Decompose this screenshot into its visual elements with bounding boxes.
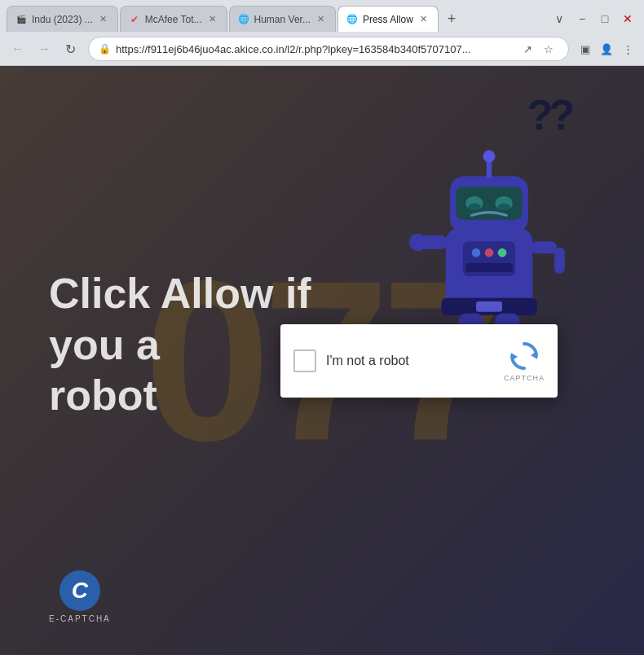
forward-button[interactable]: → bbox=[33, 37, 55, 60]
captcha-text: I'm not a robot bbox=[326, 354, 494, 368]
svg-point-11 bbox=[483, 150, 496, 162]
omnibox-bar: ← → ↻ 🔒 https://f911ej6b46juo4ac.akice.c… bbox=[0, 33, 644, 65]
tab-1-favicon: 🎬 bbox=[15, 14, 27, 25]
svg-rect-24 bbox=[465, 263, 513, 272]
tab-2-favicon: ✔ bbox=[129, 14, 140, 25]
svg-rect-15 bbox=[554, 248, 565, 274]
svg-marker-25 bbox=[531, 351, 537, 359]
page-background: 077 Click Allow if you a robot C E-CAPTC… bbox=[0, 66, 644, 655]
tab-2-close[interactable]: ✕ bbox=[207, 14, 218, 25]
svg-marker-26 bbox=[511, 353, 518, 361]
tab-1-close[interactable]: ✕ bbox=[98, 14, 109, 25]
tab-1-label: Indu (2023) ... bbox=[32, 14, 93, 25]
tab-mcafee[interactable]: ✔ McAfee Tot... ✕ bbox=[120, 6, 227, 32]
click-allow-text: Click Allow if you a robot bbox=[49, 268, 311, 420]
profile-icon[interactable]: 👤 bbox=[597, 39, 616, 59]
svg-rect-14 bbox=[531, 241, 557, 253]
url-text: https://f911ej6b46juo4ac.akice.co.in/l2/… bbox=[116, 43, 513, 55]
tab-indu[interactable]: 🎬 Indu (2023) ... ✕ bbox=[7, 6, 118, 32]
browser-chrome: 🎬 Indu (2023) ... ✕ ✔ McAfee Tot... ✕ 🌐 … bbox=[0, 0, 644, 66]
browser-content: 077 Click Allow if you a robot C E-CAPTC… bbox=[0, 66, 644, 655]
ecaptcha-logo: C E-CAPTCHA bbox=[49, 570, 111, 623]
svg-point-13 bbox=[409, 234, 426, 251]
svg-rect-3 bbox=[476, 301, 502, 312]
headline-line3: robot bbox=[49, 370, 311, 420]
tab-human[interactable]: 🌐 Human Ver... ✕ bbox=[229, 6, 336, 32]
recaptcha-icon bbox=[508, 340, 540, 372]
toolbar-right: ▣ 👤 ⋮ bbox=[576, 39, 637, 59]
tab-3-favicon: 🌐 bbox=[238, 14, 249, 25]
recaptcha-brand: CAPTCHA bbox=[504, 374, 545, 382]
share-icon[interactable]: ↗ bbox=[518, 39, 537, 59]
svg-point-23 bbox=[498, 248, 507, 257]
tab-bar: 🎬 Indu (2023) ... ✕ ✔ McAfee Tot... ✕ 🌐 … bbox=[0, 0, 644, 33]
ecaptcha-label: E-CAPTCHA bbox=[49, 614, 111, 623]
menu-icon[interactable]: ⋮ bbox=[618, 39, 637, 59]
new-tab-button[interactable]: + bbox=[440, 7, 463, 30]
tab-4-favicon: 🌐 bbox=[346, 14, 358, 25]
extensions-icon[interactable]: ▣ bbox=[576, 39, 595, 59]
tab-4-label: Press Allow bbox=[363, 14, 413, 25]
headline-line1: Click Allow if bbox=[49, 268, 311, 319]
svg-point-21 bbox=[472, 248, 481, 257]
svg-point-7 bbox=[468, 203, 480, 210]
svg-point-9 bbox=[498, 203, 510, 210]
tab-3-label: Human Ver... bbox=[254, 14, 311, 25]
tab-4-close[interactable]: ✕ bbox=[418, 14, 430, 25]
omnibox-icons: ↗ ☆ bbox=[518, 39, 558, 59]
close-window-button[interactable]: ✕ bbox=[618, 9, 637, 29]
ecaptcha-letter: C bbox=[60, 570, 100, 611]
captcha-dialog: I'm not a robot CAPTCHA bbox=[280, 324, 558, 398]
address-bar[interactable]: 🔒 https://f911ej6b46juo4ac.akice.co.in/l… bbox=[88, 37, 569, 61]
captcha-checkbox[interactable] bbox=[293, 349, 316, 372]
reload-button[interactable]: ↻ bbox=[59, 37, 82, 60]
recaptcha-logo-area: CAPTCHA bbox=[504, 340, 545, 382]
restore-button[interactable]: □ bbox=[595, 9, 615, 29]
tab-3-close[interactable]: ✕ bbox=[315, 14, 327, 25]
lock-icon: 🔒 bbox=[99, 43, 111, 55]
svg-point-22 bbox=[485, 248, 494, 257]
tab-2-label: McAfee Tot... bbox=[145, 14, 202, 25]
tab-press-allow[interactable]: 🌐 Press Allow ✕ bbox=[337, 6, 439, 32]
minimize-button[interactable]: − bbox=[572, 9, 592, 29]
tab-bar-controls: ∨ − □ ✕ bbox=[549, 9, 637, 29]
tab-list-button[interactable]: ∨ bbox=[549, 9, 569, 29]
headline-line2: you a bbox=[49, 319, 311, 370]
back-button[interactable]: ← bbox=[7, 37, 29, 60]
bookmark-icon[interactable]: ☆ bbox=[539, 39, 558, 59]
